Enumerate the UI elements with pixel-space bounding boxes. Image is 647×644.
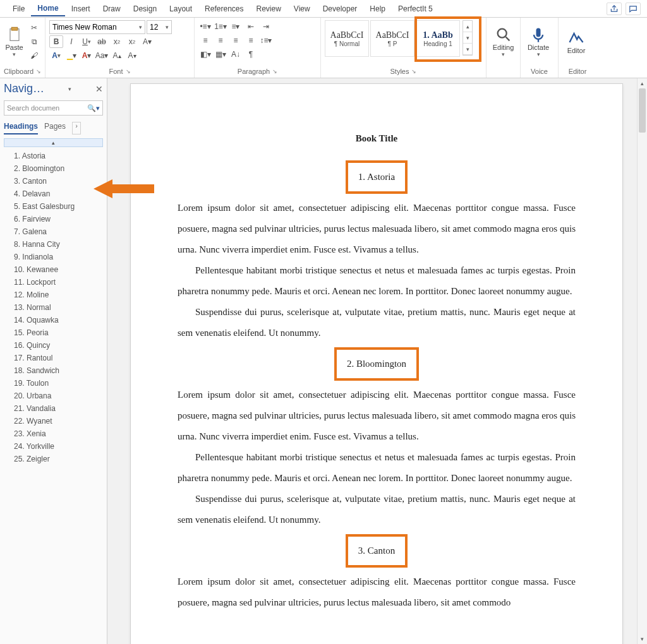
styles-launcher[interactable]: ↘ xyxy=(411,68,416,75)
body-paragraph[interactable]: Lorem ipsum dolor sit amet, consectetuer… xyxy=(178,385,576,447)
nav-search-input[interactable]: Search documen 🔍▾ xyxy=(4,100,103,116)
font-launcher[interactable]: ↘ xyxy=(126,68,131,75)
styles-scroll-down[interactable]: ▾ xyxy=(463,32,472,44)
nav-heading-item[interactable]: 22. Wyanet xyxy=(4,415,103,427)
page[interactable]: Book Title 1. Astoria Lorem ipsum dolor … xyxy=(130,83,623,644)
underline-button[interactable]: U ▾ xyxy=(80,35,94,48)
share-icon[interactable] xyxy=(607,3,622,15)
strikethrough-button[interactable]: ab xyxy=(95,35,109,48)
styles-scroll-up[interactable]: ▴ xyxy=(463,21,472,32)
paragraph-launcher[interactable]: ↘ xyxy=(272,68,277,75)
nav-menu-icon[interactable]: ▾ xyxy=(68,86,71,92)
tab-developer[interactable]: Developer xyxy=(317,2,364,16)
chapter-heading-3[interactable]: 3. Canton xyxy=(346,534,408,568)
editing-button[interactable]: Editing▾ xyxy=(490,20,516,63)
nav-collapse-bar[interactable]: ▴ xyxy=(4,138,103,147)
tab-review[interactable]: Review xyxy=(250,2,287,16)
text-effects2-button[interactable]: A ▾ xyxy=(49,49,63,62)
nav-heading-item[interactable]: 21. Vandalia xyxy=(4,402,103,415)
decrease-indent-button[interactable]: ⇤ xyxy=(244,20,258,33)
styles-expand[interactable]: ▾ xyxy=(463,44,472,55)
nav-heading-item[interactable]: 3. Canton xyxy=(4,175,103,188)
nav-heading-item[interactable]: 7. Galena xyxy=(4,225,103,238)
increase-indent-button[interactable]: ⇥ xyxy=(259,20,273,33)
nav-heading-item[interactable]: 11. Lockport xyxy=(4,276,103,289)
style-tile-heading1[interactable]: 1. AaBb Heading 1 xyxy=(416,20,460,57)
tab-insert[interactable]: Insert xyxy=(65,2,97,16)
show-marks-button[interactable]: ¶ xyxy=(244,48,258,61)
chapter-heading-1[interactable]: 1. Astoria xyxy=(346,160,408,194)
nav-heading-item[interactable]: 4. Delavan xyxy=(4,188,103,200)
format-painter-button[interactable]: 🖌 xyxy=(27,49,41,62)
chapter-heading-2[interactable]: 2. Bloomington xyxy=(334,347,419,381)
tab-draw[interactable]: Draw xyxy=(97,2,127,16)
align-center-button[interactable]: ≡ xyxy=(214,34,227,47)
shading-button[interactable]: ◧▾ xyxy=(198,48,212,61)
font-name-combo[interactable]: Times New Roman▾ xyxy=(49,20,145,34)
paste-button[interactable]: Paste▾ xyxy=(4,20,25,63)
editor-button[interactable]: Editor xyxy=(562,20,590,63)
nav-heading-item[interactable]: 25. Zeigler xyxy=(4,453,103,465)
comments-icon[interactable] xyxy=(626,3,641,15)
tab-help[interactable]: Help xyxy=(363,2,392,16)
body-paragraph[interactable]: Suspendisse dui purus, scelerisque at, v… xyxy=(178,302,576,343)
copy-button[interactable]: ⧉ xyxy=(27,35,41,48)
style-tile-normal[interactable]: AaBbCcI ¶ Normal xyxy=(325,20,369,57)
font-size-combo[interactable]: 12▾ xyxy=(147,20,172,34)
dictate-button[interactable]: Dictate▾ xyxy=(524,20,552,63)
line-spacing-button[interactable]: ↕≡▾ xyxy=(259,34,273,47)
nav-heading-item[interactable]: 10. Kewanee xyxy=(4,263,103,276)
nav-heading-item[interactable]: 12. Moline xyxy=(4,289,103,301)
tab-layout[interactable]: Layout xyxy=(163,2,198,16)
align-right-button[interactable]: ≡ xyxy=(229,34,243,47)
tab-design[interactable]: Design xyxy=(127,2,163,16)
styles-scroll[interactable]: ▴ ▾ ▾ xyxy=(463,20,473,56)
subscript-button[interactable]: x2 xyxy=(110,35,124,48)
nav-heading-item[interactable]: 18. Sandwich xyxy=(4,364,103,377)
tab-home[interactable]: Home xyxy=(31,1,64,16)
nav-heading-item[interactable]: 8. Hanna City xyxy=(4,238,103,251)
nav-close-icon[interactable]: ✕ xyxy=(95,84,103,94)
borders-button[interactable]: ▦▾ xyxy=(214,48,227,61)
style-tile-p[interactable]: AaBbCcI ¶ P xyxy=(370,20,414,57)
grow-font-button[interactable]: A▴ xyxy=(110,49,124,62)
vertical-scrollbar[interactable]: ▴ ▾ xyxy=(637,78,647,644)
document-area[interactable]: Book Title 1. Astoria Lorem ipsum dolor … xyxy=(107,78,647,644)
nav-heading-item[interactable]: 14. Oquawka xyxy=(4,314,103,326)
shrink-font-button[interactable]: A▾ xyxy=(125,49,139,62)
nav-heading-item[interactable]: 20. Urbana xyxy=(4,390,103,402)
scroll-down-icon[interactable]: ▾ xyxy=(638,634,647,644)
body-paragraph[interactable]: Pellentesque habitant morbi tristique se… xyxy=(178,260,576,302)
justify-button[interactable]: ≡ xyxy=(244,34,258,47)
change-case-button[interactable]: Aa▾ xyxy=(95,49,109,62)
body-paragraph[interactable]: Suspendisse dui purus, scelerisque at, v… xyxy=(178,489,576,530)
nav-tab-headings[interactable]: Headings xyxy=(4,122,38,134)
font-color-button[interactable]: A▾ xyxy=(80,49,94,62)
align-left-button[interactable]: ≡ xyxy=(198,34,212,47)
tab-view[interactable]: View xyxy=(287,2,317,16)
nav-heading-item[interactable]: 16. Quincy xyxy=(4,339,103,352)
nav-heading-item[interactable]: 1. Astoria xyxy=(4,150,103,162)
numbering-button[interactable]: 1≡▾ xyxy=(214,20,227,33)
nav-heading-item[interactable]: 17. Rantoul xyxy=(4,352,103,364)
superscript-button[interactable]: x2 xyxy=(125,35,139,48)
scroll-thumb[interactable] xyxy=(639,88,646,133)
body-paragraph[interactable]: Pellentesque habitant morbi tristique se… xyxy=(178,447,576,489)
nav-heading-item[interactable]: 19. Toulon xyxy=(4,377,103,390)
book-title[interactable]: Book Title xyxy=(178,128,576,149)
cut-button[interactable]: ✂ xyxy=(27,21,41,34)
tab-perfectit[interactable]: PerfectIt 5 xyxy=(392,2,439,16)
nav-heading-item[interactable]: 15. Peoria xyxy=(4,326,103,339)
italic-button[interactable]: I xyxy=(64,35,78,48)
sort-button[interactable]: A↓ xyxy=(229,48,243,61)
tab-file[interactable]: File xyxy=(6,2,31,16)
nav-tab-more[interactable]: › xyxy=(72,122,81,134)
text-effects-button[interactable]: A▾ xyxy=(140,35,154,48)
bold-button[interactable]: B xyxy=(49,35,63,48)
nav-heading-item[interactable]: 13. Normal xyxy=(4,301,103,314)
bullets-button[interactable]: •≡▾ xyxy=(198,20,212,33)
highlight-button[interactable]: ▁▾ xyxy=(64,49,78,62)
body-paragraph[interactable]: Lorem ipsum dolor sit amet, consectetuer… xyxy=(178,198,576,260)
nav-heading-item[interactable]: 5. East Galesburg xyxy=(4,200,103,213)
tab-references[interactable]: References xyxy=(198,2,250,16)
